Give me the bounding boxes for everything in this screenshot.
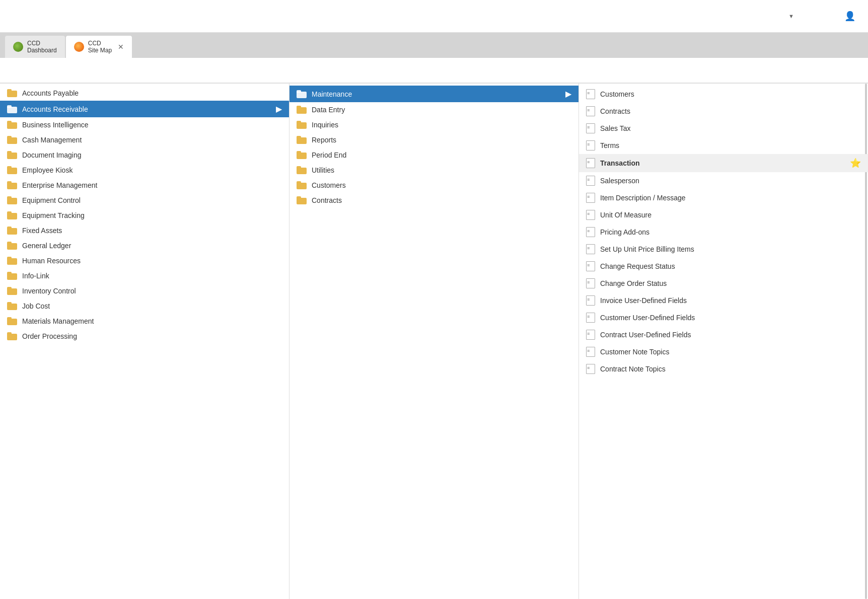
doc-icon — [586, 244, 595, 254]
item-label: Enterprise Management — [22, 181, 97, 189]
doc-icon — [586, 227, 595, 237]
list-item-utilities[interactable]: Utilities — [290, 163, 578, 178]
list-item-equipment-control[interactable]: Equipment Control — [0, 193, 289, 208]
nav-user[interactable]: 👤 — [844, 11, 858, 22]
list-item-period-end[interactable]: Period End — [290, 147, 578, 163]
list-item-accounts-payable[interactable]: Accounts Payable — [0, 86, 289, 101]
col1: Accounts PayableAccounts Receivable▶Busi… — [0, 84, 290, 599]
list-item-inventory-control[interactable]: Inventory Control — [0, 283, 289, 298]
folder-icon — [297, 166, 307, 174]
doc-icon — [586, 330, 595, 340]
list-item-contracts[interactable]: Contracts — [290, 193, 578, 208]
list-item-customers[interactable]: Customers — [579, 86, 868, 103]
list-item-reports[interactable]: Reports — [290, 132, 578, 147]
folder-icon — [7, 181, 17, 189]
folder-icon — [297, 181, 307, 189]
folder-icon — [7, 302, 17, 310]
folder-icon — [297, 196, 307, 204]
tab-ccd-dashboard[interactable]: CCD Dashboard — [5, 36, 65, 58]
item-label: Data Entry — [312, 106, 345, 114]
list-item-order-processing[interactable]: Order Processing — [0, 329, 289, 344]
list-item-materials-management[interactable]: Materials Management — [0, 314, 289, 329]
item-label: Contracts — [312, 196, 342, 204]
list-item-equipment-tracking[interactable]: Equipment Tracking — [0, 208, 289, 223]
item-label: Change Request Status — [600, 262, 675, 270]
list-item-info-link[interactable]: Info-Link — [0, 268, 289, 283]
list-item-item-description[interactable]: Item Description / Message — [579, 189, 868, 206]
col3: CustomersContractsSales TaxTermsTransact… — [579, 84, 868, 599]
item-label: Equipment Control — [22, 196, 81, 204]
item-label: Order Processing — [22, 332, 77, 340]
item-label: Info-Link — [22, 272, 49, 280]
tab-close-button[interactable]: ✕ — [118, 43, 124, 51]
item-label: Transaction — [600, 159, 640, 167]
folder-icon — [297, 151, 307, 159]
list-item-fixed-assets[interactable]: Fixed Assets — [0, 223, 289, 238]
list-item-maintenance[interactable]: Maintenance▶ — [290, 86, 578, 102]
item-label: Job Cost — [22, 302, 50, 310]
item-label: Contract User-Defined Fields — [600, 331, 691, 339]
list-item-human-resources[interactable]: Human Resources — [0, 253, 289, 268]
item-label: Utilities — [312, 166, 334, 174]
list-item-contracts[interactable]: Contracts — [579, 103, 868, 120]
item-label: Salesperson — [600, 177, 639, 185]
folder-icon — [7, 227, 17, 235]
doc-icon — [586, 278, 595, 288]
list-item-job-cost[interactable]: Job Cost — [0, 298, 289, 314]
list-item-pricing-add-ons[interactable]: Pricing Add-ons — [579, 223, 868, 241]
item-label: Business Intelligence — [22, 121, 89, 129]
item-label: Inventory Control — [22, 287, 76, 295]
item-label: General Ledger — [22, 242, 71, 250]
star-badge-icon[interactable]: ⭐ — [850, 158, 861, 169]
doc-icon — [586, 210, 595, 220]
list-item-change-order-status[interactable]: Change Order Status — [579, 275, 868, 292]
list-item-transaction[interactable]: Transaction⭐ — [579, 154, 868, 172]
list-item-salesperson[interactable]: Salesperson — [579, 172, 868, 189]
tab-ccd-sitemap[interactable]: CCD Site Map ✕ — [66, 36, 132, 58]
list-item-inquiries[interactable]: Inquiries — [290, 117, 578, 132]
dashboard-tab-icon — [13, 42, 23, 52]
list-item-customer-note-topics[interactable]: Customer Note Topics — [579, 343, 868, 360]
list-item-terms[interactable]: Terms — [579, 137, 868, 154]
list-item-enterprise-management[interactable]: Enterprise Management — [0, 178, 289, 193]
list-item-employee-kiosk[interactable]: Employee Kiosk — [0, 163, 289, 178]
doc-icon — [586, 123, 595, 133]
list-item-contract-note-topics[interactable]: Contract Note Topics — [579, 360, 868, 378]
item-label: Item Description / Message — [600, 194, 686, 202]
list-item-setup-unit-price[interactable]: Set Up Unit Price Billing Items — [579, 241, 868, 258]
doc-icon — [586, 295, 595, 306]
list-item-accounts-receivable[interactable]: Accounts Receivable▶ — [0, 101, 289, 117]
folder-icon — [7, 317, 17, 325]
list-item-general-ledger[interactable]: General Ledger — [0, 238, 289, 253]
arrow-right-icon: ▶ — [565, 89, 571, 99]
list-item-cash-management[interactable]: Cash Management — [0, 132, 289, 147]
list-item-business-intelligence[interactable]: Business Intelligence — [0, 117, 289, 132]
item-label: Accounts Payable — [22, 89, 79, 97]
list-item-sales-tax[interactable]: Sales Tax — [579, 120, 868, 137]
folder-icon — [7, 136, 17, 144]
tab-add-button[interactable] — [133, 36, 145, 58]
item-label: Maintenance — [312, 90, 352, 98]
doc-icon — [586, 140, 595, 151]
doc-icon — [586, 106, 595, 116]
doc-icon — [586, 89, 595, 99]
list-item-data-entry[interactable]: Data Entry — [290, 102, 578, 117]
list-item-customers[interactable]: Customers — [290, 178, 578, 193]
tab-bar: CCD Dashboard CCD Site Map ✕ — [0, 33, 868, 58]
doc-icon — [586, 261, 595, 271]
nav-ccd[interactable]: ▼ — [786, 13, 794, 19]
item-label: Customer User-Defined Fields — [600, 314, 695, 322]
list-item-unit-of-measure[interactable]: Unit Of Measure — [579, 206, 868, 223]
list-item-contract-user-fields[interactable]: Contract User-Defined Fields — [579, 326, 868, 343]
list-item-customer-user-fields[interactable]: Customer User-Defined Fields — [579, 309, 868, 326]
doc-icon — [586, 313, 595, 323]
list-item-invoice-user-fields[interactable]: Invoice User-Defined Fields — [579, 292, 868, 309]
item-label: Contracts — [600, 107, 630, 115]
list-item-change-request-status[interactable]: Change Request Status — [579, 258, 868, 275]
doc-icon — [586, 158, 595, 168]
folder-icon — [7, 105, 17, 113]
doc-icon — [586, 176, 595, 186]
folder-icon — [7, 272, 17, 280]
item-label: Change Order Status — [600, 279, 667, 287]
list-item-document-imaging[interactable]: Document Imaging — [0, 147, 289, 163]
